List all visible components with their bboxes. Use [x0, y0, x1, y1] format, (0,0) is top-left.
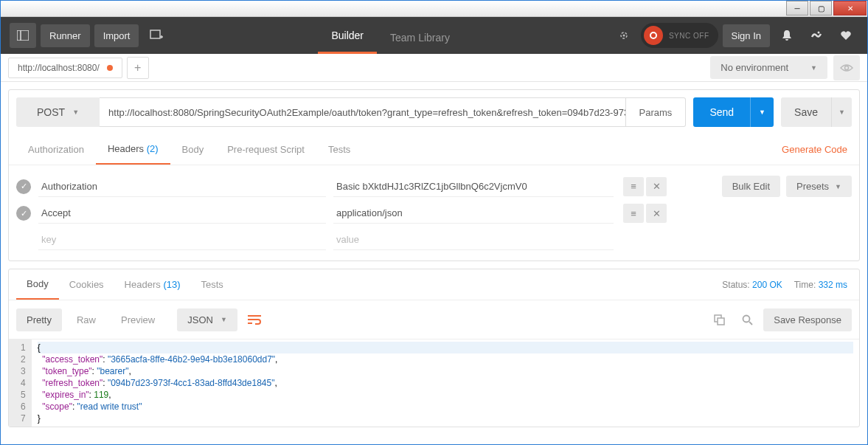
svg-rect-0 — [17, 30, 29, 41]
environment-label: No environment — [721, 62, 788, 73]
save-response-button[interactable]: Save Response — [763, 308, 852, 331]
chevron-down-icon: ▼ — [759, 108, 765, 116]
header-value-input[interactable]: value — [333, 230, 614, 250]
environment-preview-button[interactable] — [833, 55, 860, 80]
url-input[interactable]: http://localhost:8080/SpringSecurityOAut… — [100, 97, 626, 127]
header-value-input[interactable]: Basic bXktdHJ1c3RlZC1jbGllbnQ6c2VjcmV0 — [333, 176, 614, 197]
presets-button[interactable]: Presets ▼ — [786, 176, 852, 197]
header-enabled-check[interactable]: ✓ — [16, 179, 31, 194]
tab-builder[interactable]: Builder — [318, 19, 377, 54]
sync-toggle[interactable]: SYNC OFF — [641, 23, 718, 48]
sync-icon — [644, 26, 663, 45]
view-pretty-button[interactable]: Pretty — [16, 308, 62, 331]
request-tab[interactable]: http://localhost:8080/ — [8, 58, 122, 78]
header-row: ✓ Authorization Basic bXktdHJ1c3RlZC1jbG… — [16, 173, 852, 200]
window-titlebar: ─ ▢ ✕ — [1, 1, 867, 17]
chevron-down-icon: ▼ — [835, 183, 841, 190]
interceptor-icon[interactable] — [611, 23, 636, 48]
window-maximize-button[interactable]: ▢ — [810, 1, 832, 15]
header-key-input[interactable]: Accept — [38, 203, 326, 224]
resptab-cookies[interactable]: Cookies — [59, 270, 114, 299]
resptab-tests[interactable]: Tests — [191, 270, 234, 299]
response-panel: Body Cookies Headers (13) Tests Status: … — [8, 269, 860, 427]
sync-label: SYNC OFF — [669, 32, 709, 40]
response-meta: Status: 200 OK Time: 332 ms — [722, 280, 852, 290]
eye-icon — [840, 63, 853, 72]
send-dropdown[interactable]: ▼ — [750, 97, 774, 127]
copy-icon — [714, 314, 725, 325]
chevron-down-icon: ▼ — [221, 316, 227, 323]
unsaved-dot-icon — [107, 65, 113, 71]
code-content: { "access_token": "3665acfa-8ffe-46b2-9e… — [32, 339, 859, 427]
chevron-down-icon: ▼ — [810, 64, 817, 72]
svg-rect-2 — [150, 30, 160, 38]
new-window-button[interactable] — [143, 23, 170, 48]
tab-tests[interactable]: Tests — [316, 135, 362, 164]
response-body-viewer[interactable]: 1 2 3 4 5 6 7 { "access_token": "3665acf… — [9, 339, 859, 427]
add-tab-button[interactable]: + — [127, 57, 149, 79]
save-dropdown[interactable]: ▼ — [831, 97, 852, 127]
resptab-body[interactable]: Body — [16, 269, 59, 300]
header-row-new: key value — [16, 227, 852, 253]
sidebar-icon — [17, 30, 29, 41]
signin-button[interactable]: Sign In — [723, 24, 770, 47]
header-drag-icon[interactable]: ≡ — [623, 204, 644, 223]
search-button[interactable] — [735, 308, 759, 331]
header-drag-icon[interactable]: ≡ — [623, 177, 644, 196]
svg-point-13 — [743, 315, 749, 322]
chevron-down-icon: ▼ — [72, 108, 79, 116]
copy-button[interactable] — [707, 308, 731, 331]
svg-line-14 — [749, 322, 752, 325]
settings-icon[interactable] — [804, 23, 829, 48]
format-select[interactable]: JSON ▼ — [177, 308, 237, 331]
request-tabs-bar: http://localhost:8080/ + No environment … — [1, 54, 867, 82]
main-toolbar: Runner Import Builder Team Library SYNC … — [1, 17, 867, 54]
environment-select[interactable]: No environment ▼ — [710, 56, 827, 79]
notifications-icon[interactable] — [774, 23, 799, 48]
line-gutter: 1 2 3 4 5 6 7 — [9, 339, 32, 427]
request-line: POST ▼ http://localhost:8080/SpringSecur… — [9, 90, 859, 134]
chevron-down-icon: ▼ — [839, 108, 845, 116]
search-icon — [742, 314, 753, 325]
view-preview-button[interactable]: Preview — [111, 308, 165, 331]
generate-code-link[interactable]: Generate Code — [782, 144, 852, 155]
header-enabled-check[interactable]: ✓ — [16, 206, 31, 221]
svg-point-7 — [818, 32, 820, 34]
status-value: 200 OK — [752, 280, 782, 290]
heart-icon[interactable] — [833, 23, 858, 48]
headers-editor: ✓ Authorization Basic bXktdHJ1c3RlZC1jbG… — [9, 165, 859, 261]
import-button[interactable]: Import — [94, 24, 139, 47]
runner-button[interactable]: Runner — [41, 24, 90, 47]
wrap-icon — [248, 314, 261, 325]
header-value-input[interactable]: application/json — [333, 203, 614, 224]
tab-authorization[interactable]: Authorization — [16, 135, 96, 164]
method-label: POST — [37, 106, 65, 118]
header-key-input[interactable]: key — [38, 230, 326, 250]
params-button[interactable]: Params — [626, 97, 687, 127]
tab-prerequest[interactable]: Pre-request Script — [215, 135, 316, 164]
tab-body[interactable]: Body — [170, 135, 216, 164]
send-button[interactable]: Send — [693, 97, 750, 127]
request-subtabs: Authorization Headers (2) Body Pre-reque… — [9, 134, 859, 165]
wrap-lines-button[interactable] — [242, 308, 267, 331]
toggle-sidebar-button[interactable] — [10, 23, 36, 48]
header-delete-button[interactable]: ✕ — [646, 204, 667, 223]
method-select[interactable]: POST ▼ — [16, 97, 100, 127]
response-controls: Pretty Raw Preview JSON ▼ Save Response — [9, 300, 859, 339]
header-delete-button[interactable]: ✕ — [646, 177, 667, 196]
tab-team-library[interactable]: Team Library — [377, 21, 463, 54]
response-tabs: Body Cookies Headers (13) Tests Status: … — [9, 269, 859, 300]
request-builder: POST ▼ http://localhost:8080/SpringSecur… — [8, 89, 860, 261]
svg-point-8 — [845, 66, 849, 69]
window-minimize-button[interactable]: ─ — [786, 1, 808, 15]
view-raw-button[interactable]: Raw — [66, 308, 106, 331]
window-close-button[interactable]: ✕ — [833, 1, 867, 15]
svg-rect-12 — [718, 318, 724, 325]
tab-headers[interactable]: Headers (2) — [96, 134, 170, 165]
header-row: ✓ Accept application/json ≡ ✕ — [16, 200, 852, 227]
bulk-edit-button[interactable]: Bulk Edit — [722, 176, 780, 197]
resptab-headers[interactable]: Headers (13) — [114, 270, 191, 299]
header-key-input[interactable]: Authorization — [38, 176, 326, 197]
new-tab-icon — [150, 30, 163, 41]
save-button[interactable]: Save — [781, 97, 831, 127]
